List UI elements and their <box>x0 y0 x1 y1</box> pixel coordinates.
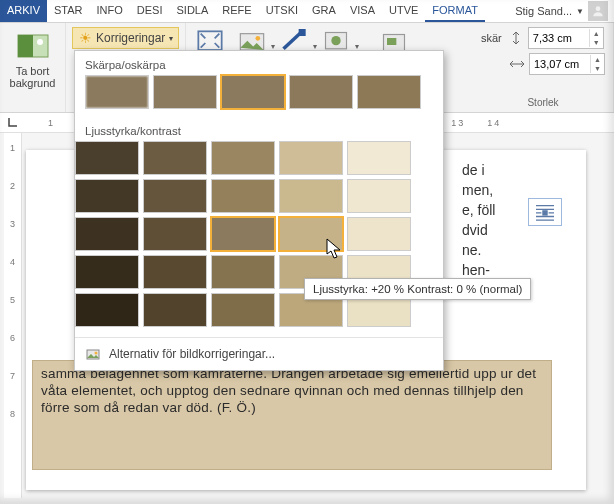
tab-format[interactable]: FORMAT <box>425 0 485 22</box>
tab-page-layout[interactable]: SIDLA <box>170 0 216 22</box>
sun-icon: ☀ <box>79 30 92 46</box>
remove-background-group: Ta bort bakgrund <box>0 23 66 112</box>
vertical-ruler[interactable]: 1 2 3 4 5 6 7 8 <box>4 133 22 498</box>
spin-up-icon[interactable]: ▲ <box>590 29 603 38</box>
brightness-preset[interactable] <box>347 179 411 213</box>
chevron-down-icon: ▾ <box>169 34 173 43</box>
brightness-preset[interactable] <box>75 255 139 289</box>
svg-rect-2 <box>18 35 33 57</box>
brightness-preset[interactable] <box>75 293 139 327</box>
remove-background-icon[interactable] <box>16 29 50 63</box>
size-group-label: Storlek <box>481 97 605 108</box>
brightness-preset-current[interactable] <box>211 217 275 251</box>
chevron-down-icon: ▼ <box>576 7 584 16</box>
svg-rect-12 <box>542 210 547 215</box>
height-icon <box>508 31 524 45</box>
tab-design[interactable]: DESI <box>130 0 170 22</box>
brightness-preset[interactable] <box>211 255 275 289</box>
corrections-label: Korrigeringar <box>96 31 165 45</box>
svg-rect-7 <box>299 29 306 36</box>
sharpen-preset[interactable] <box>85 75 149 109</box>
brightness-preset[interactable] <box>143 141 207 175</box>
remove-background-label-1: Ta bort <box>6 65 59 77</box>
tab-start[interactable]: STAR <box>47 0 90 22</box>
size-group: skär ▲▼ ▲▼ Storlek <box>473 23 614 112</box>
svg-point-6 <box>255 36 260 41</box>
brightness-preset[interactable] <box>279 179 343 213</box>
tab-review[interactable]: GRA <box>305 0 343 22</box>
height-input[interactable] <box>529 30 589 46</box>
account-area[interactable]: Stig Sand... ▼ <box>509 0 614 22</box>
svg-point-0 <box>596 6 601 11</box>
brightness-preset[interactable] <box>211 141 275 175</box>
tab-references[interactable]: REFE <box>215 0 258 22</box>
brightness-preset[interactable] <box>75 141 139 175</box>
brightness-preset[interactable] <box>143 255 207 289</box>
sharpen-preset-selected[interactable] <box>221 75 285 109</box>
brightness-preset[interactable] <box>143 293 207 327</box>
tab-bar: ARKIV STAR INFO DESI SIDLA REFE UTSKI GR… <box>0 0 614 23</box>
picture-options-icon <box>85 346 101 362</box>
width-input[interactable] <box>530 56 590 72</box>
sharpen-preset[interactable] <box>153 75 217 109</box>
svg-rect-11 <box>387 38 396 45</box>
picture-corrections-options[interactable]: Alternativ för bildkorrigeringar... <box>75 337 443 370</box>
height-spinner[interactable]: ▲▼ <box>528 27 604 49</box>
layout-options-button[interactable] <box>528 198 562 226</box>
preset-tooltip: Ljusstyrka: +20 % Kontrast: 0 % (normal) <box>304 278 531 300</box>
brightness-section-label: Ljusstyrka/kontrast <box>75 117 443 141</box>
sharpen-row <box>75 75 443 117</box>
tab-developer[interactable]: UTVE <box>382 0 425 22</box>
width-spinner[interactable]: ▲▼ <box>529 53 605 75</box>
brightness-preset[interactable] <box>347 141 411 175</box>
brightness-preset[interactable] <box>211 293 275 327</box>
spin-down-icon[interactable]: ▼ <box>590 38 603 47</box>
picture-corrections-options-label: Alternativ för bildkorrigeringar... <box>109 347 275 361</box>
sharpen-section-label: Skärpa/oskärpa <box>75 51 443 75</box>
remove-background-label-2: bakgrund <box>6 77 59 89</box>
user-name: Stig Sand... <box>515 5 572 17</box>
svg-point-14 <box>95 352 98 355</box>
brightness-preset[interactable] <box>143 217 207 251</box>
brightness-preset[interactable] <box>211 179 275 213</box>
brightness-preset[interactable] <box>347 217 411 251</box>
avatar <box>588 1 608 21</box>
width-icon <box>509 57 525 71</box>
spin-down-icon[interactable]: ▼ <box>591 64 604 73</box>
tab-mailings[interactable]: UTSKI <box>259 0 305 22</box>
brightness-preset[interactable] <box>75 179 139 213</box>
corrections-button[interactable]: ☀ Korrigeringar ▾ <box>72 27 179 49</box>
svg-point-3 <box>37 39 43 45</box>
crop-label: skär <box>481 32 502 44</box>
spin-up-icon[interactable]: ▲ <box>591 55 604 64</box>
brightness-preset-hover[interactable] <box>279 217 343 251</box>
tab-view[interactable]: VISA <box>343 0 382 22</box>
corrections-dropdown: Skärpa/oskärpa Ljusstyrka/kontrast ☀ <box>74 50 444 371</box>
svg-point-9 <box>331 36 340 45</box>
brightness-preset[interactable] <box>143 179 207 213</box>
sharpen-preset[interactable] <box>357 75 421 109</box>
tab-info[interactable]: INFO <box>90 0 130 22</box>
tab-file[interactable]: ARKIV <box>0 0 47 22</box>
brightness-preset[interactable] <box>75 217 139 251</box>
brightness-grid: ☀ <box>75 141 443 337</box>
tab-selector-icon[interactable] <box>8 117 18 127</box>
sharpen-preset[interactable] <box>289 75 353 109</box>
brightness-preset[interactable] <box>279 141 343 175</box>
inserted-picture[interactable]: samma belägenhet som kamraterne. Drängen… <box>32 360 552 470</box>
